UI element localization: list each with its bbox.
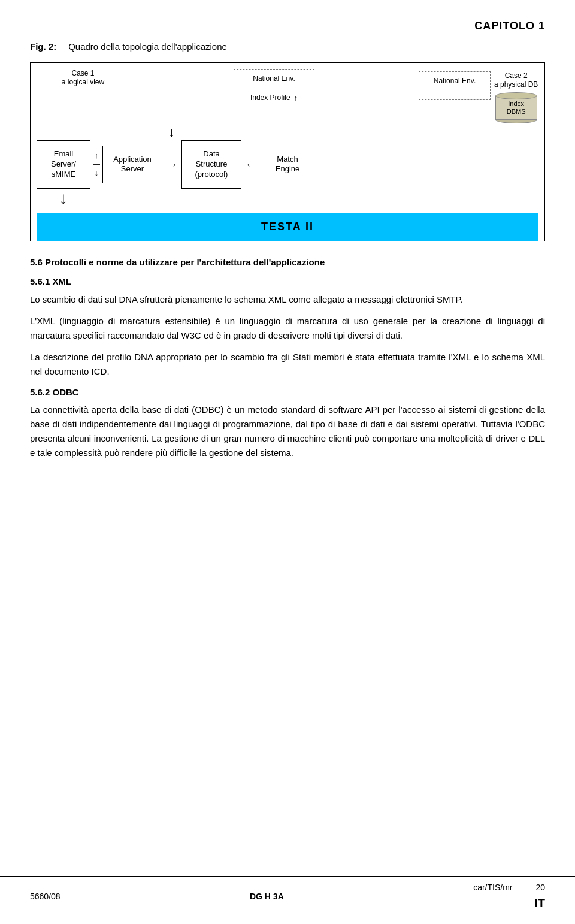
page-header: CAPITOLO 1 [30,18,545,34]
arrow-down-icon: ↓ [168,126,175,139]
sub-heading-561: 5.6.1 XML [30,275,545,289]
email-down-arrow-row: ↓ [37,189,538,207]
diagram-body: ↓ Email Server/ sMIME ↑ — ↓ Application … [37,126,538,241]
case2-outer: National Env. Case 2 a physical DB Index… [419,69,538,124]
nodes-row: Email Server/ sMIME ↑ — ↓ Application Se… [37,140,538,189]
arrow-app-data: → [162,155,181,173]
section-56-heading: 5.6 Protocolli e norme da utilizzare per… [30,256,545,270]
paragraph-561-3: La descrizione del profilo DNA appropria… [30,350,545,379]
data-structure-node: Data Structure (protocol) [181,140,241,189]
national-env-2-box: National Env. [419,71,491,100]
national-env-1-box: National Env. Index Profile ↑ [234,69,314,117]
nat-env-2-label: National Env. [428,76,482,86]
arrow-up-icon: ↑ [294,92,298,104]
case2-main-label: Case 2 a physical DB [494,71,538,90]
index-dbms-label: Index DBMS [507,100,526,116]
testa-bar: TESTA II [37,213,538,241]
footer-language: IT [534,894,545,912]
index-profile-arrow: ↓ [168,126,538,139]
diagram-wrapper: Case 1 a logical view National Env. Inde… [30,62,545,241]
sub-heading-562: 5.6.2 ODBC [30,386,545,400]
email-vertical-arrows: ↑ — ↓ [93,150,100,179]
fig-title-row: Fig. 2: Quadro della topologia dell'appl… [30,40,545,54]
case1-label: Case 1 a logical view [37,69,129,87]
match-engine-node: Match Engine [261,146,314,184]
paragraph-561-2: L'XML (linguaggio di marcatura estensibi… [30,314,545,343]
email-server-node: Email Server/ sMIME [37,140,90,189]
fig-label: Fig. 2: [30,40,56,54]
big-down-arrow-icon: ↓ [59,190,68,207]
index-profile-box: Index Profile ↑ [243,89,305,108]
chapter-title: CAPITOLO 1 [474,18,545,34]
arrow-data-match: ← [241,155,261,173]
page-footer: 5660/08 DG H 3A car/TIS/mr 20 IT [0,876,575,912]
paragraph-562-1: La connettività aperta della base di dat… [30,403,545,460]
case2-index-dbms: Case 2 a physical DB Index DBMS [494,71,538,124]
footer-right: car/TIS/mr 20 IT [473,881,545,912]
footer-author: car/TIS/mr 20 [473,881,545,894]
paragraph-561-1: Lo scambio di dati sul DNA sfrutterà pie… [30,292,545,307]
footer-center-label: DG H 3A [250,890,284,903]
arrow-down-icon: ↓ [95,167,99,179]
index-dbms-cylinder: Index DBMS [495,92,537,123]
fig-caption: Quadro della topologia dell'applicazione [68,40,227,54]
footer-doc-number: 5660/08 [30,890,60,903]
application-server-node: Application Server [102,146,162,184]
nat-env-1-label: National Env. [243,73,305,84]
